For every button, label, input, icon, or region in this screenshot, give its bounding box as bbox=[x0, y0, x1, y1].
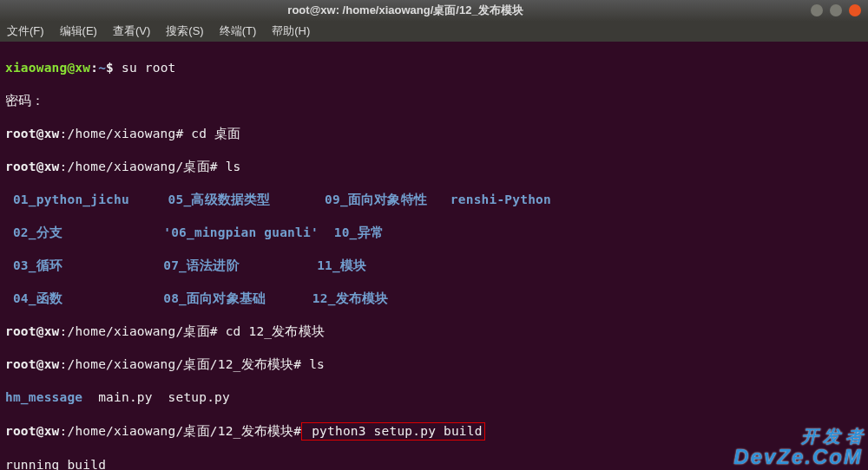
titlebar: root@xw: /home/xiaowang/桌面/12_发布模块 bbox=[0, 0, 868, 21]
ls-row: 01_python_jichu 05_高级数据类型 09_面向对象特性 rens… bbox=[5, 192, 863, 208]
close-icon[interactable] bbox=[849, 4, 861, 16]
window-controls bbox=[811, 4, 868, 16]
menu-edit[interactable]: 编辑(E) bbox=[60, 23, 97, 39]
terminal-line: root@xw:/home/xiaowang/桌面/12_发布模块# ls bbox=[5, 356, 863, 373]
watermark-line1: 开 发 者 bbox=[733, 427, 863, 446]
terminal-line: root@xw:/home/xiaowang# cd 桌面 bbox=[5, 126, 863, 142]
menu-terminal[interactable]: 终端(T) bbox=[220, 23, 257, 39]
highlight-build-cmd: python3 setup.py build bbox=[301, 422, 484, 441]
ls-row: 04_函数 08_面向对象基础 12_发布模块 bbox=[5, 290, 863, 307]
terminal-line: root@xw:/home/xiaowang/桌面# ls bbox=[5, 159, 863, 175]
window-title: root@xw: /home/xiaowang/桌面/12_发布模块 bbox=[0, 3, 811, 18]
minimize-icon[interactable] bbox=[811, 4, 823, 16]
menu-help[interactable]: 帮助(H) bbox=[272, 23, 310, 39]
ls-row: 02_分支 '06_mingpian guanli' 10_异常 bbox=[5, 225, 863, 241]
watermark-line2: DevZe.CoM bbox=[733, 446, 863, 468]
watermark: 开 发 者 DevZe.CoM bbox=[733, 427, 863, 468]
terminal-output[interactable]: xiaowang@xw:~$ su root 密码： root@xw:/home… bbox=[0, 42, 868, 470]
terminal-line: root@xw:/home/xiaowang/桌面# cd 12_发布模块 bbox=[5, 323, 863, 340]
prompt-user: xiaowang@xw bbox=[5, 61, 90, 75]
menu-search[interactable]: 搜索(S) bbox=[166, 23, 203, 39]
menubar: 文件(F) 编辑(E) 查看(V) 搜索(S) 终端(T) 帮助(H) bbox=[0, 21, 868, 42]
terminal-line: hm_message main.py setup.py bbox=[5, 389, 863, 406]
terminal-line: 密码： bbox=[5, 93, 863, 109]
menu-view[interactable]: 查看(V) bbox=[113, 23, 150, 39]
terminal-line: xiaowang@xw:~$ su root bbox=[5, 60, 863, 76]
prompt-root: root@xw bbox=[5, 127, 60, 140]
maximize-icon[interactable] bbox=[830, 4, 842, 16]
menu-file[interactable]: 文件(F) bbox=[7, 23, 44, 39]
ls-row: 03_循环 07_语法进阶 11_模块 bbox=[5, 258, 863, 274]
